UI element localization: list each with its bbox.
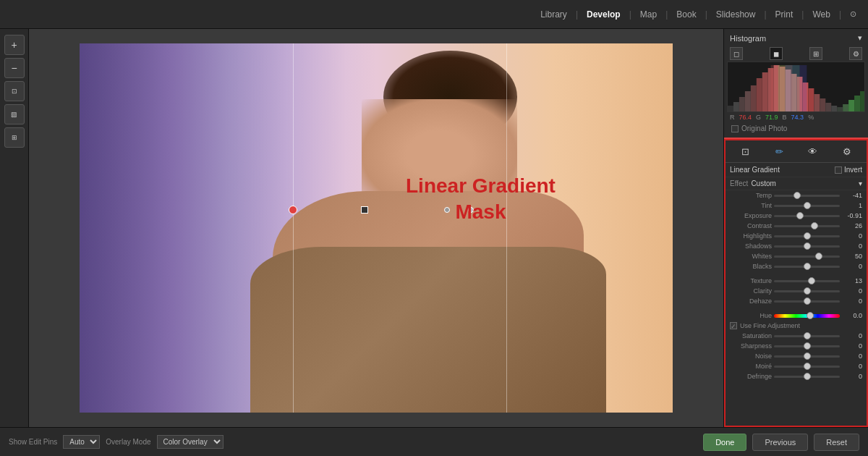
mask-tool-select-icon[interactable]: ⊡: [737, 143, 753, 159]
mask-tool-brush-icon[interactable]: ✏: [771, 143, 787, 159]
grid-button[interactable]: ⊞: [4, 127, 25, 148]
svg-rect-19: [837, 107, 843, 111]
slider-thumb-sharpness[interactable]: [804, 342, 811, 350]
slider-thumb-dehaze[interactable]: [804, 297, 811, 305]
histogram-grid-icon[interactable]: ⊞: [809, 47, 822, 60]
slider-thumb-defringe[interactable]: [804, 373, 811, 380]
nav-print[interactable]: Print: [770, 7, 799, 22]
slider-track-blacks[interactable]: [774, 266, 840, 268]
slider-label-exposure: Exposure: [730, 212, 772, 219]
fit-view-button[interactable]: ⊡: [4, 81, 25, 101]
mask-tool-eye-icon[interactable]: 👁: [805, 143, 821, 159]
hist-percent: %: [808, 114, 814, 121]
slider-thumb-noise[interactable]: [804, 352, 811, 360]
histogram-title: Histogram: [730, 34, 766, 43]
slider-thumb-texture[interactable]: [808, 277, 815, 284]
mask-tool-settings-icon[interactable]: ⚙: [839, 143, 855, 159]
slider-track-sharpness[interactable]: [774, 345, 840, 347]
svg-rect-21: [848, 100, 854, 111]
slider-thumb-saturation[interactable]: [804, 332, 811, 339]
effect-dropdown-icon[interactable]: ▾: [859, 180, 862, 187]
svg-rect-26: [786, 65, 807, 111]
svg-rect-1: [733, 102, 739, 111]
nav-sep-5: |: [764, 9, 766, 20]
slider-track-tint[interactable]: [774, 205, 840, 207]
slider-thumb-highlights[interactable]: [804, 232, 811, 240]
overlay-mode-label: Overlay Mode: [106, 438, 150, 446]
slider-row-moir: Moiré 0: [726, 361, 867, 371]
slider-thumb-clarity[interactable]: [804, 287, 811, 295]
nav-library[interactable]: Library: [535, 7, 573, 22]
nav-slideshow[interactable]: Slideshow: [710, 7, 762, 22]
slider-track-defringe[interactable]: [774, 376, 840, 378]
original-photo-row: Original Photo: [727, 122, 865, 135]
slider-thumb-contrast[interactable]: [811, 222, 818, 229]
slider-value-contrast: 26: [842, 222, 862, 229]
gradient-circle-handle-2[interactable]: [468, 207, 474, 213]
done-button[interactable]: Done: [703, 434, 746, 451]
original-photo-checkbox[interactable]: [731, 125, 739, 132]
histogram-icons-row: ◻ ◼ ⊞ ⚙: [727, 46, 865, 62]
slider-track-whites[interactable]: [774, 256, 840, 258]
histogram-expand-icon[interactable]: ▾: [858, 33, 862, 43]
slider-track-shadows[interactable]: [774, 245, 840, 248]
slider-row-contrast: Contrast 26: [726, 221, 867, 231]
photo-display: Linear Gradient Mask: [80, 43, 673, 413]
nav-web[interactable]: Web: [807, 7, 835, 22]
slider-track-temp[interactable]: [774, 195, 840, 197]
hist-g-value: 71.9: [765, 114, 778, 121]
slider-track-texture[interactable]: [774, 280, 840, 282]
bottom-left-controls: Show Edit Pins Auto Overlay Mode Color O…: [9, 435, 224, 449]
show-edit-pins-label: Show Edit Pins: [9, 438, 57, 446]
invert-row: Invert: [835, 166, 862, 174]
nav-map[interactable]: Map: [634, 7, 663, 22]
nav-book[interactable]: Book: [671, 7, 702, 22]
effect-value: Custom: [751, 180, 859, 187]
gradient-circle-handle-1[interactable]: [444, 207, 450, 213]
slider-value-saturation: 0: [842, 332, 862, 339]
histogram-bw-icon[interactable]: ◼: [770, 47, 783, 60]
histogram-warning-icon[interactable]: ◻: [730, 47, 743, 60]
slider-track-saturation[interactable]: [774, 335, 840, 337]
slider-thumb-moiré[interactable]: [804, 363, 811, 370]
nav-sep-3: |: [665, 9, 668, 20]
slider-thumb-shadows[interactable]: [804, 242, 811, 250]
previous-button[interactable]: Previous: [752, 434, 808, 451]
account-icon[interactable]: ⊙: [850, 9, 856, 19]
svg-rect-15: [814, 94, 820, 111]
slider-thumb-blacks[interactable]: [804, 263, 811, 270]
slider-track-dehaze[interactable]: [774, 300, 840, 303]
reset-button[interactable]: Reset: [814, 434, 859, 451]
bottom-right-controls: Done Previous Reset: [703, 434, 859, 451]
slider-track-clarity[interactable]: [774, 290, 840, 292]
slider-row-highlights: Highlights 0: [726, 231, 867, 241]
svg-rect-3: [745, 91, 751, 111]
nav-sep-4: |: [705, 9, 707, 20]
show-edit-pins-select[interactable]: Auto: [63, 435, 100, 449]
svg-rect-17: [825, 103, 831, 111]
use-fine-checkbox[interactable]: ✓: [730, 322, 737, 329]
slider-thumb-whites[interactable]: [815, 253, 822, 260]
svg-rect-2: [739, 97, 745, 111]
main-content: + − ⊡ ▧ ⊞: [0, 29, 868, 427]
slider-track-exposure[interactable]: [774, 215, 840, 217]
gradient-square-handle[interactable]: [361, 206, 368, 214]
slider-thumb-exposure[interactable]: [796, 212, 804, 219]
sliders-section: Temp -41 Tint 1 Exposure -0.91 Contrast …: [726, 190, 867, 426]
overlay-mode-select[interactable]: Color Overlay: [157, 435, 224, 449]
zoom-out-button[interactable]: −: [4, 58, 25, 78]
hue-slider-thumb[interactable]: [807, 312, 814, 319]
histogram-settings-icon[interactable]: ⚙: [849, 47, 862, 60]
invert-checkbox[interactable]: [835, 166, 842, 174]
nav-develop[interactable]: Develop: [581, 7, 626, 22]
hue-slider-track[interactable]: [774, 314, 840, 318]
slider-track-moiré[interactable]: [774, 366, 840, 368]
slider-thumb-tint[interactable]: [804, 202, 811, 209]
slider-thumb-temp[interactable]: [793, 192, 801, 199]
slider-track-contrast[interactable]: [774, 225, 840, 227]
zoom-in-button[interactable]: +: [4, 35, 25, 55]
slider-track-noise[interactable]: [774, 355, 840, 358]
compare-button[interactable]: ▧: [4, 104, 25, 124]
slider-track-highlights[interactable]: [774, 235, 840, 237]
gradient-center-handle[interactable]: [289, 206, 297, 214]
